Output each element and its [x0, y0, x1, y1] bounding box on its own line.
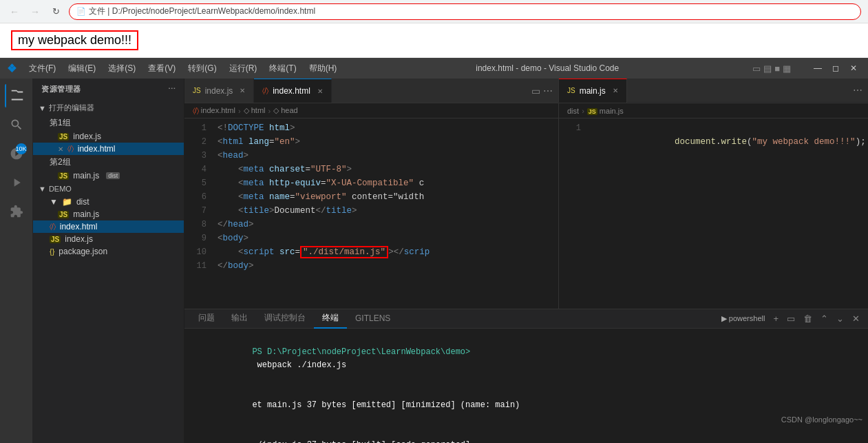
- panel-tab-output[interactable]: 输出: [223, 309, 256, 329]
- tab-indexjs-label: index.js: [205, 86, 233, 96]
- sidebar-item-mainjs[interactable]: JS main.js dist: [33, 169, 184, 182]
- sidebar-item-indexjs[interactable]: JS index.js: [33, 130, 184, 143]
- tab-indexjs-close[interactable]: ✕: [240, 87, 245, 94]
- back-button[interactable]: ←: [7, 4, 22, 19]
- tab-mainjs[interactable]: JS main.js ✕: [559, 79, 627, 103]
- sidebar-group2[interactable]: 第2组: [33, 155, 184, 169]
- demo-htmlicon: 〈/〉: [50, 223, 56, 231]
- sidebar-item-packagejson[interactable]: {} package.json: [33, 245, 184, 258]
- explorer-icon[interactable]: [5, 84, 28, 107]
- packagejson-label: package.json: [59, 247, 107, 256]
- titlebar-title: index.html - demo - Visual Studio Code: [476, 63, 619, 73]
- panel-tab-gitlens[interactable]: GITLENS: [347, 309, 399, 329]
- vscode-titlebar: ❖ 文件(F) 编辑(E) 选择(S) 查看(V) 转到(G) 运行(R) 终端…: [0, 58, 868, 79]
- group2-label: 第2组: [50, 156, 71, 168]
- close-button[interactable]: ✕: [846, 61, 861, 76]
- address-bar[interactable]: 📄 文件 | D:/Project/nodeProject/LearnWebpa…: [69, 3, 861, 20]
- layout-icon-3[interactable]: ■: [774, 63, 780, 74]
- tab-mainjs-close[interactable]: ✕: [613, 87, 618, 94]
- right-line-numbers: 1: [559, 119, 586, 309]
- mainjs-file-icon: JS: [58, 172, 69, 180]
- tab-indexhtml[interactable]: 〈/〉 index.html ✕: [254, 79, 331, 103]
- sidebar-item-dist[interactable]: ▼ 📁 dist: [33, 196, 184, 208]
- sidebar-more-icon[interactable]: ⋯: [168, 85, 176, 94]
- line-num-2: 2: [184, 135, 207, 149]
- menu-select[interactable]: 选择(S): [103, 61, 141, 76]
- sidebar-title: 资源管理器: [41, 84, 81, 94]
- tab-indexhtml-close[interactable]: ✕: [317, 87, 323, 95]
- demo-section-title[interactable]: ▼ DEMO: [33, 182, 184, 196]
- layout-icon-4[interactable]: ▦: [783, 63, 791, 74]
- line-numbers: 1 2 3 4 5 6 7 8 9 10 11: [184, 119, 212, 309]
- right-tab-bar: JS main.js ✕ ⋯: [558, 79, 868, 103]
- breadcrumb-head[interactable]: ◇ head: [273, 106, 298, 115]
- terminal-content[interactable]: PS D:\Project\nodeProject\LearnWebpack\d…: [184, 329, 868, 443]
- address-lock-icon: 📄: [76, 7, 86, 16]
- open-editors-title[interactable]: ▼ 打开的编辑器: [33, 100, 184, 116]
- layout-icon-1[interactable]: ▭: [752, 63, 761, 74]
- maximize-button[interactable]: ◻: [828, 61, 843, 76]
- sidebar-item-indexhtml[interactable]: ✕ 〈/〉 index.html: [33, 143, 184, 155]
- code-line-3: <head>: [218, 149, 553, 163]
- editor-split: 〈/〉 index.html › ◇ html › ◇ head 1 2 3: [184, 103, 868, 309]
- sidebar-item-demo-indexhtml[interactable]: 〈/〉 index.html: [33, 220, 184, 233]
- refresh-button[interactable]: ↻: [48, 4, 63, 19]
- tab-indexjs[interactable]: JS index.js ✕: [184, 79, 254, 103]
- dist-folder-icon: 📁: [62, 197, 72, 207]
- line-num-3: 3: [184, 149, 207, 163]
- breadcrumb-html[interactable]: ◇ html: [244, 106, 266, 115]
- vscode-menu: 文件(F) 编辑(E) 选择(S) 查看(V) 转到(G) 运行(R) 终端(T…: [23, 61, 342, 76]
- add-terminal-icon[interactable]: +: [770, 312, 781, 325]
- close-panel-icon[interactable]: ✕: [849, 312, 862, 325]
- sidebar-group1[interactable]: 第1组: [33, 116, 184, 130]
- tab-bars: JS index.js ✕ 〈/〉 index.html ✕ ▭ ⋯: [184, 79, 868, 103]
- terminal-line-2: et main.js 37 bytes [emitted] [minimized…: [193, 386, 860, 426]
- menu-terminal[interactable]: 终端(T): [264, 61, 301, 76]
- code-line-1: <!DOCTYPE html>: [218, 121, 553, 135]
- activity-bar: 10K: [0, 79, 33, 443]
- left-tab-bar: JS index.js ✕ 〈/〉 index.html ✕ ▭ ⋯: [184, 79, 558, 103]
- chevron-down-panel-icon[interactable]: ⌄: [834, 312, 847, 325]
- address-text: 文件 | D:/Project/nodeProject/LearnWebpack…: [89, 6, 315, 17]
- panel-tab-terminal[interactable]: 终端: [314, 309, 347, 329]
- split-editor-icon[interactable]: ▭: [531, 85, 540, 96]
- chevron-down-icon-demo: ▼: [39, 185, 46, 193]
- menu-view[interactable]: 查看(V): [142, 61, 181, 76]
- html-close-icon[interactable]: ✕: [58, 145, 63, 153]
- dist-badge: dist: [106, 172, 120, 179]
- code-line-4: <meta charset="UTF-8">: [218, 163, 553, 176]
- right-more-tabs-icon[interactable]: ⋯: [853, 85, 862, 96]
- sidebar-item-dist-mainjs[interactable]: JS main.js: [33, 208, 184, 220]
- menu-edit[interactable]: 编辑(E): [63, 61, 101, 76]
- menu-help[interactable]: 帮助(H): [304, 61, 343, 76]
- chevron-up-icon[interactable]: ⌃: [818, 312, 831, 325]
- csdn-watermark: CSDN @longlongago~~: [781, 415, 862, 424]
- layout-icon-2[interactable]: ▤: [763, 63, 772, 74]
- menu-goto[interactable]: 转到(G): [182, 61, 222, 76]
- more-tabs-icon[interactable]: ⋯: [543, 85, 553, 96]
- demo-indexjs-label: index.js: [65, 234, 93, 244]
- breadcrumb-indexhtml[interactable]: 〈/〉 index.html: [193, 106, 235, 115]
- code-content-left[interactable]: <!DOCTYPE html> <html lang="en"> <head> …: [212, 119, 558, 309]
- titlebar-left: ❖ 文件(F) 编辑(E) 选择(S) 查看(V) 转到(G) 运行(R) 终端…: [7, 61, 342, 76]
- search-icon[interactable]: [5, 113, 28, 136]
- line-num-10: 10: [184, 245, 207, 259]
- dist-label: dist: [76, 197, 89, 207]
- extensions-icon[interactable]: [5, 200, 28, 223]
- menu-file[interactable]: 文件(F): [23, 61, 61, 76]
- split-terminal-icon[interactable]: ▭: [784, 312, 798, 325]
- debug-icon[interactable]: [5, 171, 28, 194]
- dist-mainjs-label: main.js: [73, 209, 99, 219]
- trash-icon[interactable]: 🗑: [801, 312, 815, 325]
- minimize-button[interactable]: —: [810, 61, 825, 76]
- git-icon[interactable]: 10K: [5, 142, 28, 165]
- breadcrumb-dist[interactable]: dist: [567, 107, 579, 115]
- breadcrumb-mainjs[interactable]: JS main.js: [587, 107, 624, 115]
- code-editor-right: 1 document.write("my webpack demo!!!");: [559, 119, 868, 309]
- code-content-right[interactable]: document.write("my webpack demo!!!");: [586, 119, 868, 309]
- panel-tab-debug[interactable]: 调试控制台: [256, 309, 314, 329]
- menu-run[interactable]: 运行(R): [224, 61, 263, 76]
- panel-tab-problems[interactable]: 问题: [190, 309, 223, 329]
- forward-button[interactable]: →: [28, 4, 43, 19]
- sidebar-item-demo-indexjs[interactable]: JS index.js: [33, 233, 184, 245]
